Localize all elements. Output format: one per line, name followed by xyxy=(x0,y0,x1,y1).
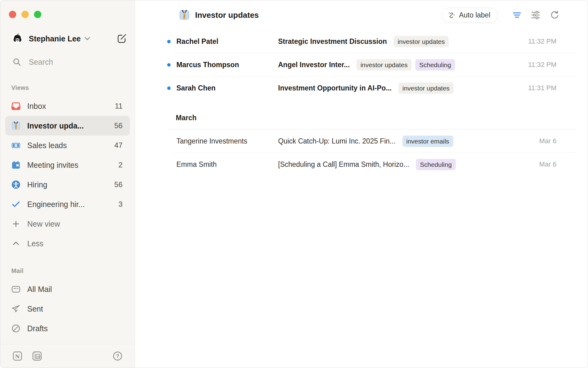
notion-app-button[interactable]: N xyxy=(12,351,23,362)
search-icon xyxy=(12,57,21,67)
sidebar: Stephanie Lee Search Views xyxy=(0,0,135,368)
email-sender: Tangerine Investments xyxy=(176,137,278,145)
sidebar-item-label: Sales leads xyxy=(27,141,67,150)
label-tag[interactable]: investor updates xyxy=(398,82,454,94)
email-row[interactable]: Tangerine Investments Quick Catch-Up: Lu… xyxy=(167,129,575,153)
checkmark-icon xyxy=(11,199,21,209)
display-settings-button[interactable] xyxy=(531,10,541,20)
label-tag[interactable]: Scheduling xyxy=(415,59,455,71)
zoom-window-button[interactable] xyxy=(34,11,41,18)
email-row[interactable]: Emma Smith [Scheduling a Call] Emma Smit… xyxy=(167,153,575,176)
notion-calendar-icon: 14 xyxy=(32,351,43,362)
email-sender: Emma Smith xyxy=(176,160,278,169)
user-name: Stephanie Lee xyxy=(29,34,81,43)
page-title: Investor updates xyxy=(195,10,259,20)
search-label: Search xyxy=(29,58,53,67)
sliders-icon xyxy=(531,10,541,20)
unread-count: 47 xyxy=(111,141,123,150)
views-section-label: Views xyxy=(11,84,135,91)
sidebar-item-label: Engineering hir... xyxy=(27,200,85,209)
app-window: Stephanie Lee Search Views xyxy=(0,0,588,368)
email-time: 11:31 PM xyxy=(522,84,556,92)
email-sender: Marcus Thompson xyxy=(176,61,278,69)
all-mail-icon xyxy=(11,284,21,294)
less-label: Less xyxy=(27,239,43,248)
help-button[interactable]: ? xyxy=(112,351,123,362)
view-header: Investor updates Auto label xyxy=(135,0,588,30)
auto-label-button[interactable]: Auto label xyxy=(442,8,498,23)
unread-dot xyxy=(167,40,171,43)
mail-list-nav: All Mail Sent Drafts xyxy=(0,279,135,338)
sidebar-item-hiring[interactable]: Hiring 56 xyxy=(5,175,130,194)
email-subject: [Scheduling a Call] Emma Smith, Horizo..… xyxy=(278,160,409,169)
sidebar-item-sales-leads[interactable]: Sales leads 47 xyxy=(5,136,130,155)
sidebar-item-label: Drafts xyxy=(27,324,48,333)
mail-section-label: Mail xyxy=(11,267,135,274)
label-tag[interactable]: Scheduling xyxy=(416,159,456,170)
email-time: Mar 6 xyxy=(533,160,556,168)
header-actions: Auto label xyxy=(442,8,559,23)
question-mark-icon: ? xyxy=(112,351,123,362)
unread-count: 3 xyxy=(115,200,123,209)
search-button[interactable]: Search xyxy=(12,57,127,67)
email-row[interactable]: Sarah Chen Investment Opportunity in AI-… xyxy=(167,76,575,100)
unread-count: 11 xyxy=(112,102,123,110)
sidebar-item-label: Sent xyxy=(27,305,43,313)
close-window-button[interactable] xyxy=(9,11,16,18)
sidebar-item-inbox[interactable]: Inbox 11 xyxy=(5,96,130,116)
account-switcher[interactable]: Stephanie Lee xyxy=(12,33,127,44)
new-view-label: New view xyxy=(27,220,60,228)
compose-button[interactable] xyxy=(116,33,127,44)
send-icon xyxy=(11,304,21,314)
email-subject: Quick Catch-Up: Lumi Inc. 2025 Fin... xyxy=(278,137,396,145)
svg-text:?: ? xyxy=(116,353,119,359)
sidebar-item-drafts[interactable]: Drafts xyxy=(5,319,130,338)
sidebar-item-meeting-invites[interactable]: Meeting invites 2 xyxy=(5,155,130,175)
email-sender: Rachel Patel xyxy=(176,37,278,46)
email-sender: Sarah Chen xyxy=(176,84,278,92)
person-circle-icon xyxy=(11,180,21,190)
sidebar-item-sent[interactable]: Sent xyxy=(5,299,130,319)
email-row[interactable]: Rachel Patel Strategic Investment Discus… xyxy=(167,30,575,53)
auto-label-text: Auto label xyxy=(459,11,490,19)
chevron-down-icon xyxy=(84,35,91,42)
unread-count: 2 xyxy=(115,161,123,169)
email-subject: Angel Investor Inter... xyxy=(278,61,350,69)
label-tag[interactable]: investor updates xyxy=(394,36,449,47)
unread-dot xyxy=(167,86,171,90)
email-subject: Strategic Investment Discussion xyxy=(278,37,387,46)
views-list: Inbox 11 Investor upda... 56 xyxy=(0,96,135,253)
refresh-button[interactable] xyxy=(549,10,559,20)
notion-calendar-button[interactable]: 14 xyxy=(32,351,43,362)
avatar xyxy=(12,33,23,44)
plus-icon xyxy=(11,219,21,229)
sidebar-footer: N 14 ? xyxy=(0,344,135,368)
necktie-icon xyxy=(11,121,21,131)
date-group-header: March xyxy=(176,114,575,122)
email-row[interactable]: Marcus Thompson Angel Investor Inter... … xyxy=(167,53,575,76)
sidebar-item-label: Hiring xyxy=(27,180,47,189)
less-button[interactable]: Less xyxy=(5,234,130,253)
banknote-icon xyxy=(11,140,21,150)
sidebar-item-engineering-hiring[interactable]: Engineering hir... 3 xyxy=(5,194,130,214)
refresh-icon xyxy=(549,10,559,20)
sidebar-item-investor-updates[interactable]: Investor upda... 56 xyxy=(5,116,130,136)
notion-logo-icon: N xyxy=(12,351,23,362)
chevron-up-icon xyxy=(11,239,21,248)
email-time: Mar 6 xyxy=(533,137,556,145)
unread-count: 56 xyxy=(111,121,123,130)
email-time: 11:32 PM xyxy=(522,37,556,45)
email-subject: Investment Opportunity in AI-Po... xyxy=(278,84,392,92)
auto-label-wand-icon xyxy=(447,11,456,19)
calendar-icon xyxy=(11,160,21,170)
new-view-button[interactable]: New view xyxy=(5,214,130,234)
necktie-icon xyxy=(179,9,190,21)
svg-text:14: 14 xyxy=(36,355,40,358)
label-tag[interactable]: investor emails xyxy=(402,136,453,147)
label-tag[interactable]: investor updates xyxy=(356,59,412,71)
sidebar-item-all-mail[interactable]: All Mail xyxy=(5,279,130,299)
window-controls xyxy=(0,0,135,18)
filter-button[interactable] xyxy=(512,10,522,20)
sidebar-item-label: Inbox xyxy=(27,102,46,111)
minimize-window-button[interactable] xyxy=(21,11,29,18)
